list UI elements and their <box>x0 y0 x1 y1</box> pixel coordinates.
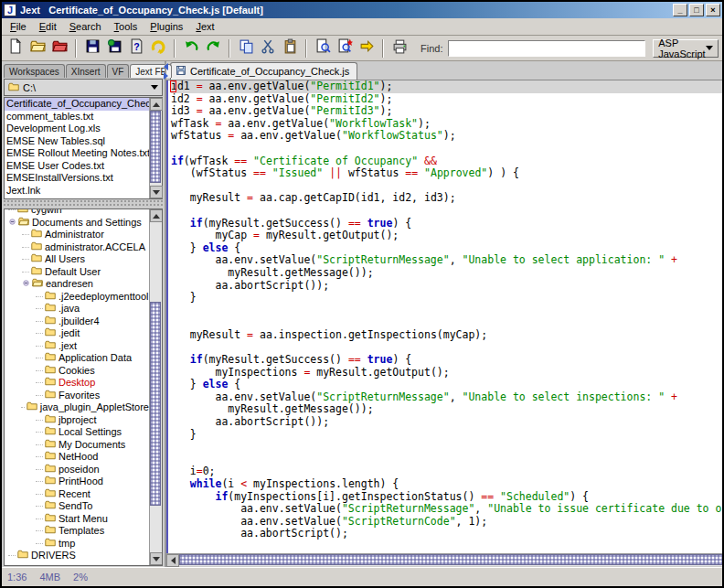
tree-item[interactable]: tmp <box>5 538 149 551</box>
menu-plugins[interactable]: Plugins <box>144 19 189 34</box>
tree-item[interactable]: Local Settings <box>5 426 149 439</box>
minimize-button[interactable]: _ <box>673 4 687 16</box>
save-all-button[interactable] <box>104 38 124 59</box>
drive-selector[interactable]: C:\ <box>4 79 163 96</box>
tree-item-label: cygwin <box>31 208 62 217</box>
tree-item[interactable]: Recent <box>5 488 149 501</box>
file-list-scrollbar[interactable] <box>149 98 162 198</box>
tree-item[interactable]: Documents and Settings <box>5 217 149 230</box>
horizontal-splitter[interactable] <box>4 200 163 208</box>
scroll-down-icon[interactable] <box>150 186 163 198</box>
code-line <box>171 540 724 553</box>
toolbar-separator <box>174 39 176 58</box>
file-item[interactable]: Certificate_of_Occupancy_Check.js <box>5 98 149 111</box>
undo-all-button[interactable] <box>148 38 168 59</box>
copy-button[interactable] <box>236 38 256 59</box>
tree-collapse-icon[interactable] <box>8 217 16 230</box>
paste-button[interactable] <box>280 38 300 59</box>
tree-item[interactable]: NetHood <box>5 451 149 464</box>
menu-edit[interactable]: Edit <box>33 19 63 34</box>
new-file-button[interactable] <box>5 38 26 59</box>
tree-item[interactable]: administrator.ACCELA <box>5 241 149 254</box>
tree-item[interactable]: Templates <box>5 525 149 538</box>
code-area[interactable]: id1 = aa.env.getValue("PermitId1");id2 =… <box>166 80 724 553</box>
tree-item[interactable]: All Users <box>5 253 149 266</box>
editor-tab[interactable]: Certificate_of_Occupancy_Check.js <box>170 62 357 80</box>
text-caret <box>170 80 176 92</box>
tree-item[interactable]: Application Data <box>5 352 149 365</box>
find-label: Find: <box>421 43 442 54</box>
tree-item[interactable]: .jbuilder4 <box>5 315 149 328</box>
file-item[interactable]: EMSE Rollout Meeting Notes.txt <box>5 147 149 160</box>
tree-item-label: DRIVERS <box>31 550 76 562</box>
menu-jext[interactable]: Jext <box>189 19 220 34</box>
print-button[interactable] <box>389 38 410 59</box>
tree-item[interactable]: DRIVERS <box>5 550 149 562</box>
find-button[interactable] <box>313 38 333 59</box>
tree-item[interactable]: Favorites <box>5 390 149 402</box>
file-item[interactable]: EMSE New Tables.sql <box>5 135 149 148</box>
tree-item[interactable]: .j2eedeploymenttool <box>5 291 149 304</box>
tree-collapse-icon[interactable] <box>22 278 30 291</box>
file-item[interactable]: Jext.lnk <box>5 185 149 198</box>
find-replace-button[interactable] <box>335 38 355 59</box>
code-line: } <box>171 429 724 442</box>
tree-item[interactable]: PrintHood <box>5 476 149 488</box>
cut-button[interactable] <box>258 38 278 59</box>
file-item[interactable]: EMSEInstallVersions.txt <box>5 172 149 185</box>
editor-horizontal-scrollbar[interactable] <box>166 553 724 567</box>
tree-item[interactable]: Default User <box>5 266 149 279</box>
sidebar-tab-workspaces[interactable]: Workspaces <box>4 64 65 78</box>
maximize-button[interactable]: □ <box>689 4 704 16</box>
goto-line-button[interactable] <box>357 38 377 59</box>
tree-item[interactable]: Administrator <box>5 229 149 241</box>
find-icon <box>315 38 331 58</box>
cut-icon <box>261 38 276 58</box>
sidebar-tab-xinsert[interactable]: XInsert <box>66 64 106 78</box>
tree-item[interactable]: Cookies <box>5 365 149 378</box>
tree-item[interactable]: Start Menu <box>5 513 149 526</box>
tree-scrollbar[interactable] <box>149 209 162 565</box>
code-line: wfStatus = aa.env.getValue("WorkflowStat… <box>171 130 724 143</box>
scroll-up-icon[interactable] <box>150 209 163 222</box>
scroll-left-icon[interactable] <box>166 554 179 567</box>
tree-item[interactable]: jbproject <box>5 414 149 427</box>
tree-item[interactable]: My Documents <box>5 439 149 452</box>
menu-tools[interactable]: Tools <box>108 19 144 34</box>
open-file-button[interactable] <box>27 38 48 59</box>
syntax-mode-select[interactable]: ASP JavaScript <box>653 39 719 58</box>
collapse-right-icon[interactable] <box>164 72 168 80</box>
reload-file-button[interactable]: ? <box>126 38 146 59</box>
collapse-left-icon[interactable] <box>164 63 168 70</box>
tree-item[interactable]: Desktop <box>5 377 149 390</box>
code-line: (wfStatus == "Issued" || wfStatus == "Ap… <box>171 167 724 180</box>
close-file-button[interactable] <box>49 38 69 59</box>
file-item[interactable]: Development Log.xls <box>5 123 149 135</box>
menu-file[interactable]: File <box>4 19 33 34</box>
menu-search[interactable]: Search <box>63 19 108 34</box>
folder-icon <box>45 389 56 403</box>
save-icon <box>85 38 101 58</box>
tree-item[interactable]: .jext <box>5 340 149 353</box>
scroll-up-icon[interactable] <box>150 98 163 111</box>
scroll-down-icon[interactable] <box>150 552 163 565</box>
tree-item[interactable]: SendTo <box>5 500 149 513</box>
tree-item[interactable]: java_plugin_AppletStore <box>5 401 149 414</box>
file-item[interactable]: comment_tables.txt <box>5 111 149 123</box>
tree-item[interactable]: .java <box>5 303 149 315</box>
save-button[interactable] <box>82 38 102 59</box>
undo-button[interactable] <box>181 38 201 59</box>
tree-item[interactable]: eandresen <box>5 278 149 291</box>
tree-item[interactable]: poseidon <box>5 464 149 476</box>
close-button[interactable]: × <box>706 4 720 16</box>
directory-tree: cygwinDocuments and SettingsAdministrato… <box>5 208 149 565</box>
code-line <box>171 180 724 193</box>
tree-item[interactable]: .jedit <box>5 327 149 340</box>
file-item[interactable]: EMSE User Codes.txt <box>5 160 149 173</box>
code-line <box>171 454 724 466</box>
code-line: i=0; <box>171 465 724 478</box>
redo-button[interactable] <box>203 38 223 59</box>
code-line: aa.env.setValue("ScriptReturnMessage", "… <box>171 503 724 516</box>
sidebar-tab-vf[interactable]: VF <box>107 64 130 78</box>
find-input[interactable] <box>448 40 645 57</box>
